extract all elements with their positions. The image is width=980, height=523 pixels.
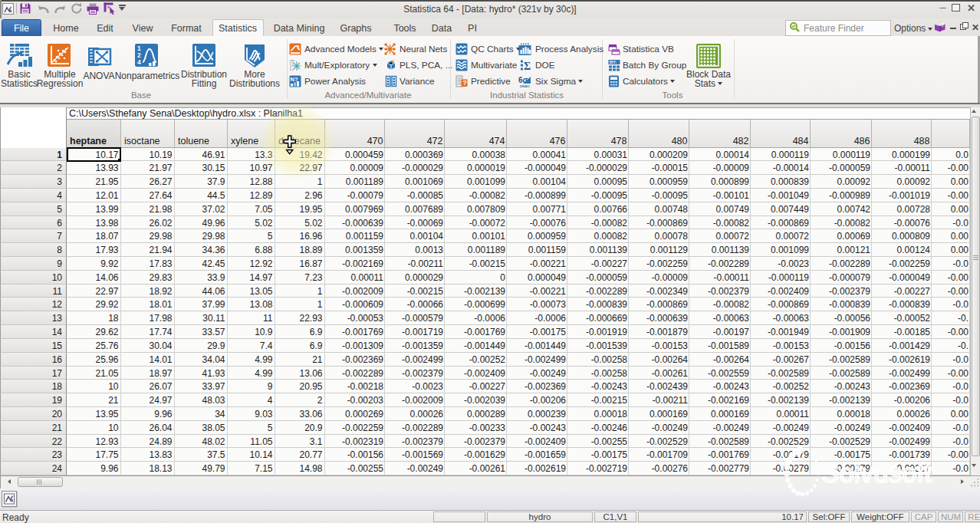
svg-text:?: ?	[462, 79, 467, 87]
svg-text:BY:: BY:	[610, 60, 617, 64]
svg-text:?: ?	[297, 44, 300, 50]
svg-text:Σ: Σ	[524, 61, 531, 71]
svg-text:DMAIC: DMAIC	[520, 84, 530, 87]
svg-text:4: 4	[137, 58, 141, 66]
svg-text:Solvusoft: Solvusoft	[821, 458, 932, 488]
svg-text:?: ?	[941, 21, 945, 28]
svg-text:Y: Y	[391, 59, 395, 64]
